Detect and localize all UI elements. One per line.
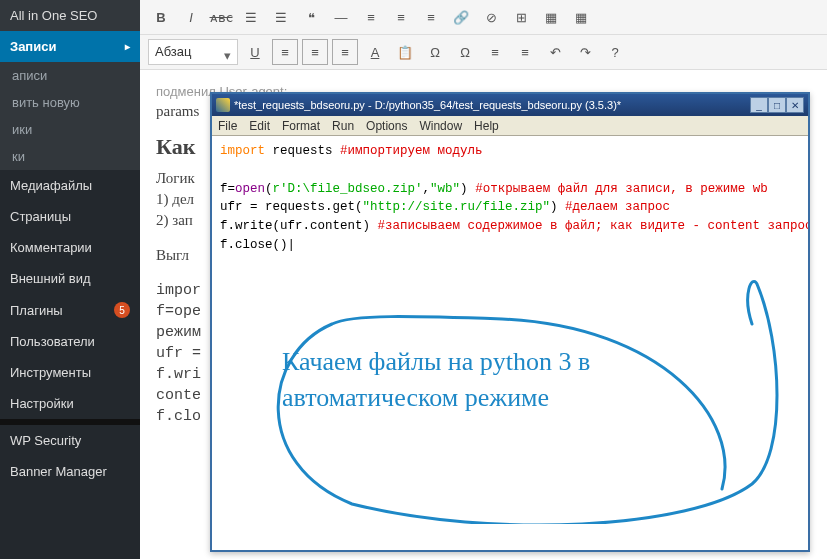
- sidebar-item-plugins[interactable]: Плагины 5: [0, 294, 140, 326]
- kitchen-sink-button[interactable]: ▦: [568, 4, 594, 30]
- quote-button[interactable]: ❝: [298, 4, 324, 30]
- menu-window[interactable]: Window: [419, 119, 462, 133]
- align-right-button[interactable]: ≡: [418, 4, 444, 30]
- sidebar-item-banner[interactable]: Banner Manager: [0, 456, 140, 487]
- sidebar-item-pages[interactable]: Страницы: [0, 201, 140, 232]
- sidebar-item-users[interactable]: Пользователи: [0, 326, 140, 357]
- menu-options[interactable]: Options: [366, 119, 407, 133]
- sidebar-sub-item[interactable]: ки: [0, 143, 140, 170]
- sidebar-submenu: аписи вить новую ики ки: [0, 62, 140, 170]
- idle-editor-window[interactable]: *test_requests_bdseoru.py - D:/python35_…: [210, 92, 810, 552]
- sidebar-item-appearance[interactable]: Внешний вид: [0, 263, 140, 294]
- sidebar-item-label: Записи: [10, 39, 56, 54]
- sidebar-item-settings[interactable]: Настройки: [0, 388, 140, 419]
- sidebar-item-label: Плагины: [10, 303, 63, 318]
- menu-file[interactable]: File: [218, 119, 237, 133]
- justify-full-button[interactable]: ≡: [332, 39, 358, 65]
- clear-button[interactable]: Ω: [422, 39, 448, 65]
- outdent-button[interactable]: ≡: [482, 39, 508, 65]
- sidebar-sub-item[interactable]: аписи: [0, 62, 140, 89]
- wp-admin-sidebar: All in One SEO Записи ▸ аписи вить новую…: [0, 0, 140, 559]
- underline-button[interactable]: U: [242, 39, 268, 65]
- sidebar-item-media[interactable]: Медиафайлы: [0, 170, 140, 201]
- sidebar-sub-item[interactable]: ики: [0, 116, 140, 143]
- redo-button[interactable]: ↷: [572, 39, 598, 65]
- unlink-button[interactable]: ⊘: [478, 4, 504, 30]
- chevron-right-icon: ▸: [125, 41, 130, 52]
- charmap-button[interactable]: Ω: [452, 39, 478, 65]
- link-button[interactable]: 🔗: [448, 4, 474, 30]
- menu-help[interactable]: Help: [474, 119, 499, 133]
- sidebar-item-tools[interactable]: Инструменты: [0, 357, 140, 388]
- idle-titlebar[interactable]: *test_requests_bdseoru.py - D:/python35_…: [212, 94, 808, 116]
- align-center-button[interactable]: ≡: [388, 4, 414, 30]
- code-button[interactable]: —: [328, 4, 354, 30]
- more-button[interactable]: ⊞: [508, 4, 534, 30]
- editor-toolbar-1: B I ᴀʙᴄ ☰ ☰ ❝ — ≡ ≡ ≡ 🔗 ⊘ ⊞ ▦ ▦: [140, 0, 827, 35]
- sidebar-item-wpsecurity[interactable]: WP Security: [0, 425, 140, 456]
- align-left-button[interactable]: ≡: [358, 4, 384, 30]
- paste-button[interactable]: 📋: [392, 39, 418, 65]
- italic-button[interactable]: I: [178, 4, 204, 30]
- help-button[interactable]: ?: [602, 39, 628, 65]
- table-button[interactable]: ▦: [538, 4, 564, 30]
- sidebar-item-aioseo[interactable]: All in One SEO: [0, 0, 140, 31]
- sidebar-item-posts[interactable]: Записи ▸: [0, 31, 140, 62]
- menu-format[interactable]: Format: [282, 119, 320, 133]
- format-select[interactable]: Абзац: [148, 39, 238, 65]
- sidebar-sub-item[interactable]: вить новую: [0, 89, 140, 116]
- window-title: *test_requests_bdseoru.py - D:/python35_…: [234, 99, 746, 111]
- textcolor-button[interactable]: A: [362, 39, 388, 65]
- strike-button[interactable]: ᴀʙᴄ: [208, 4, 234, 30]
- justify-center-button[interactable]: ≡: [302, 39, 328, 65]
- close-button[interactable]: ✕: [786, 97, 804, 113]
- bold-button[interactable]: B: [148, 4, 174, 30]
- justify-left-button[interactable]: ≡: [272, 39, 298, 65]
- undo-button[interactable]: ↶: [542, 39, 568, 65]
- sidebar-item-comments[interactable]: Комментарии: [0, 232, 140, 263]
- ol-button[interactable]: ☰: [268, 4, 294, 30]
- menu-run[interactable]: Run: [332, 119, 354, 133]
- maximize-button[interactable]: □: [768, 97, 786, 113]
- idle-code-area[interactable]: import requests #импортируем модуль f=op…: [212, 136, 808, 550]
- menu-edit[interactable]: Edit: [249, 119, 270, 133]
- indent-button[interactable]: ≡: [512, 39, 538, 65]
- editor-toolbar-2: Абзац U ≡ ≡ ≡ A 📋 Ω Ω ≡ ≡ ↶ ↷ ?: [140, 35, 827, 70]
- minimize-button[interactable]: _: [750, 97, 768, 113]
- ul-button[interactable]: ☰: [238, 4, 264, 30]
- python-icon: [216, 98, 230, 112]
- update-badge: 5: [114, 302, 130, 318]
- idle-menubar: File Edit Format Run Options Window Help: [212, 116, 808, 136]
